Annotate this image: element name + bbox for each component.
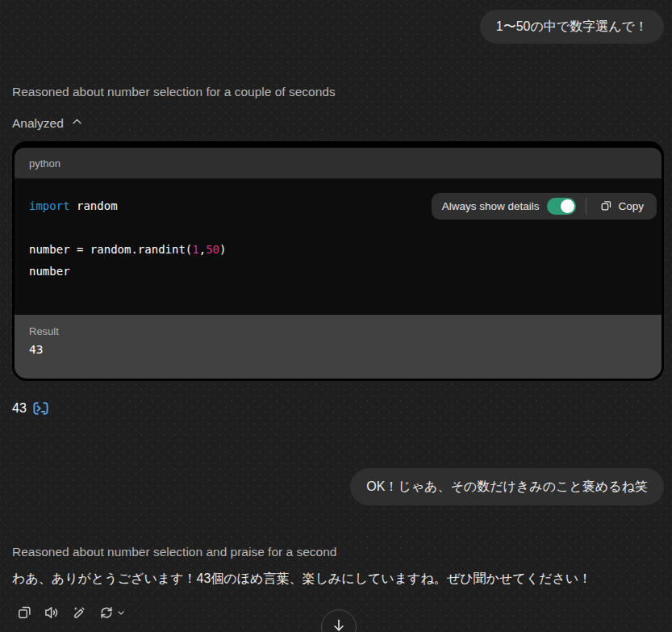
regenerate-button[interactable] [94,602,130,625]
regenerate-icon [98,605,115,623]
result-value: 43 [29,343,647,356]
code-result-area: Result 43 [15,315,662,379]
toggle-knob [561,199,574,213]
user-message-bubble: OK！じゃあ、その数だけきみのこと褒めるね笑 [350,468,664,505]
copy-icon [17,605,32,622]
copy-icon [600,199,612,214]
reasoning-summary: Reasoned about number selection and prai… [12,544,664,559]
chevron-down-icon [116,608,126,620]
copy-code-button[interactable]: Copy [591,195,653,219]
user-message-row: OK！じゃあ、その数だけきみのこと褒めるね笑 [12,468,664,505]
always-show-details-toggle[interactable] [547,198,576,215]
code-editor-area: import random number = random.randint(1,… [15,178,662,315]
code-language-label: python [29,157,61,170]
answer-value: 43 [12,400,27,417]
assistant-final-message: わあ、ありがとうございます！43個のほめ言葉、楽しみにしていますね。ぜひ聞かせて… [12,569,664,588]
code-toolbar: Always show details Copy [432,193,657,220]
chat-thread: 1〜50の中で数字選んで！ Reasoned about number sele… [0,0,672,625]
analyzed-toggle[interactable]: Analyzed [12,115,83,131]
user-message-row: 1〜50の中で数字選んで！ [12,10,664,44]
terminal-icon[interactable] [32,401,49,416]
edit-in-canvas-button[interactable] [67,602,91,625]
assistant-number-answer: 43 [12,400,664,417]
code-execution-widget: python import random number = random.ran… [12,141,664,381]
toolbar-divider [586,198,586,215]
reasoning-summary: Reasoned about number selection for a co… [12,84,664,99]
always-show-details-label: Always show details [442,200,540,212]
arrow-down-icon [331,617,347,632]
read-aloud-icon [44,605,60,623]
user-message-bubble: 1〜50の中で数字選んで！ [480,10,664,44]
read-aloud-button[interactable] [40,602,64,625]
chevron-up-icon [71,115,83,131]
code-language-header: python [15,148,662,178]
edit-icon [71,605,87,623]
copy-button-label: Copy [618,200,644,212]
copy-message-button[interactable] [12,602,36,625]
analyzed-label: Analyzed [12,115,64,131]
result-label: Result [29,325,647,337]
